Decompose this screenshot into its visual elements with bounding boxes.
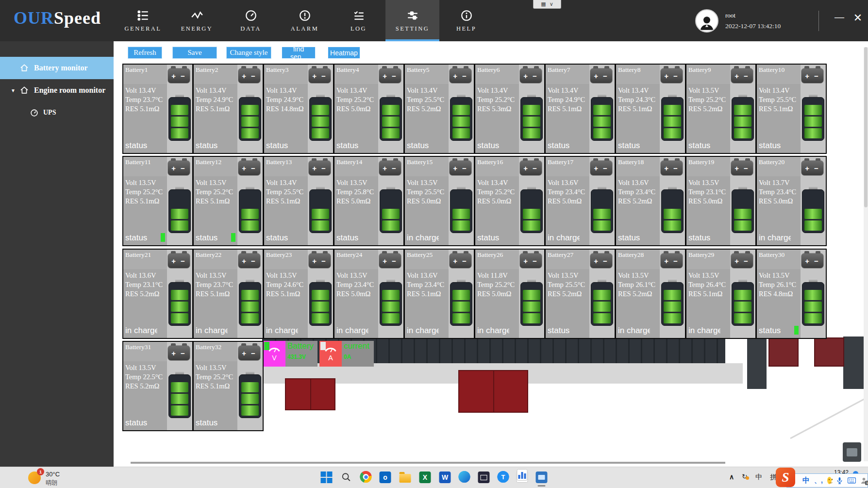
current-meter-widget[interactable]: A current 0A bbox=[319, 341, 374, 367]
tab-alarm[interactable]: ALARM bbox=[278, 0, 332, 41]
battery-card[interactable]: Battery6 + − Volt 13.4V Temp 25.2°C RES … bbox=[474, 64, 545, 154]
battery-status: status bbox=[266, 233, 298, 243]
microphone-icon[interactable] bbox=[836, 477, 843, 484]
battery-card-title: Battery13 bbox=[266, 158, 292, 166]
tray-lang-indicator[interactable]: 中 bbox=[755, 473, 762, 482]
refresh-button[interactable]: Refresh bbox=[128, 47, 162, 59]
battery-status: in charge bbox=[548, 233, 580, 243]
save-button[interactable]: Save bbox=[172, 47, 217, 59]
weather-widget[interactable]: 1 30°C 晴朗 bbox=[28, 469, 60, 487]
battery-status: status bbox=[759, 326, 791, 336]
battery-card[interactable]: Battery16 + − Volt 13.4V Temp 25.2°C RES… bbox=[474, 156, 545, 246]
battery-card[interactable]: Battery27 + − Volt 13.5V Temp 25.5°C RES… bbox=[545, 249, 616, 339]
battery-card[interactable]: Battery17 + − Volt 13.6V Temp 23.4°C RES… bbox=[545, 156, 616, 246]
avatar[interactable] bbox=[695, 9, 718, 33]
battery-volt: Volt 13.5V bbox=[196, 363, 233, 372]
taskbar-icon-monitor-active[interactable] bbox=[535, 471, 548, 484]
taskbar-icon-terminal[interactable] bbox=[478, 471, 490, 484]
find-sen-button[interactable]: find sen... bbox=[282, 47, 316, 59]
battery-status: in charge bbox=[618, 326, 650, 336]
battery-card[interactable]: Battery2 + − Volt 13.4V Temp 24.9°C RES … bbox=[193, 64, 264, 154]
battery-card[interactable]: Battery7 + − Volt 13.4V Temp 24.9°C RES … bbox=[545, 64, 616, 154]
battery-card[interactable]: Battery28 + − Volt 13.5V Temp 26.1°C RES… bbox=[615, 249, 686, 339]
battery-card[interactable]: Battery21 + − Volt 13.6V Temp 23.1°C RES… bbox=[122, 249, 193, 339]
battery-status: status bbox=[618, 233, 650, 243]
battery-card[interactable]: Battery20 + − Volt 13.7V Temp 23.4°C RES… bbox=[756, 156, 827, 246]
battery-res: RES 5.0mΩ bbox=[477, 289, 515, 299]
vertical-scrollbar-thumb[interactable] bbox=[864, 47, 868, 207]
voltage-meter-label: Battery bbox=[287, 341, 316, 351]
tab-energy[interactable]: ENERGY bbox=[170, 0, 224, 41]
close-button[interactable]: ✕ bbox=[850, 12, 866, 24]
battery-card[interactable]: Battery8 + − Volt 13.4V Temp 24.3°C RES … bbox=[615, 64, 686, 154]
taskbar-icon-excel[interactable]: X bbox=[419, 471, 432, 484]
taskbar-icon-start[interactable] bbox=[320, 471, 333, 484]
battery-card[interactable]: Battery32 + − Volt 13.5V Temp 25.2°C RES… bbox=[193, 341, 264, 431]
battery-card[interactable]: Battery12 + − Volt 13.5V Temp 25.2°C RES… bbox=[193, 156, 264, 246]
battery-card[interactable]: Battery29 + − Volt 13.5V Temp 26.4°C RES… bbox=[685, 249, 756, 339]
battery-card[interactable]: Battery14 + − Volt 13.5V Temp 25.8°C RES… bbox=[334, 156, 404, 246]
sogou-ime-logo[interactable]: S bbox=[776, 468, 795, 487]
battery-card[interactable]: Battery19 + − Volt 13.5V Temp 23.1°C RES… bbox=[685, 156, 756, 246]
keyboard-icon[interactable] bbox=[848, 477, 856, 484]
taskbar-icon-explorer[interactable] bbox=[399, 471, 412, 484]
ime-mode-toggle[interactable]: 中 bbox=[802, 476, 810, 485]
taskbar-icon-remote[interactable]: T bbox=[498, 471, 509, 483]
sidebar-item-ups[interactable]: UPS bbox=[0, 101, 114, 124]
battery-card[interactable]: Battery18 + − Volt 13.6V Temp 23.4°C RES… bbox=[615, 156, 686, 246]
battery-card[interactable]: Battery25 + − Volt 13.6V Temp 23.4°C RES… bbox=[404, 249, 475, 339]
taskbar-icon-stats[interactable] bbox=[517, 471, 528, 483]
heatmap-button[interactable]: Heatmap bbox=[328, 47, 360, 59]
change-style-button[interactable]: Change style bbox=[226, 47, 271, 59]
battery-res: RES 5.0mΩ bbox=[759, 197, 796, 206]
tab-data[interactable]: DATA bbox=[224, 0, 278, 41]
battery-terminal-icon: + − bbox=[167, 253, 190, 269]
battery-card[interactable]: Battery22 + − Volt 13.5V Temp 23.7°C RES… bbox=[193, 249, 264, 339]
horizontal-scrollbar-thumb[interactable] bbox=[131, 462, 725, 464]
battery-card[interactable]: Battery26 + − Volt 11.8V Temp 25.2°C RES… bbox=[474, 249, 545, 339]
alarm-icon bbox=[299, 9, 311, 22]
battery-card[interactable]: Battery10 + − Volt 13.4V Temp 25.5°C RES… bbox=[756, 64, 827, 154]
battery-card[interactable]: Battery9 + − Volt 13.5V Temp 25.2°C RES … bbox=[685, 64, 756, 154]
battery-card[interactable]: Battery31 + − Volt 13.5V Temp 22.5°C RES… bbox=[122, 341, 193, 431]
taskbar-icon-outlook[interactable]: o bbox=[379, 471, 392, 484]
taskbar-icon-word[interactable]: W bbox=[439, 471, 451, 484]
tab-help[interactable]: HELP bbox=[439, 0, 493, 41]
tray-sync-icon[interactable]: ↻ bbox=[742, 472, 748, 480]
tab-general[interactable]: GENERAL bbox=[116, 0, 170, 41]
taskbar-icon-chrome[interactable] bbox=[360, 471, 372, 483]
emoji-icon[interactable] bbox=[827, 477, 832, 484]
taskbar-icon-search[interactable] bbox=[340, 471, 353, 484]
expand-arrow-icon[interactable]: ▼ bbox=[11, 88, 16, 93]
sidebar-item-engine-room-monitor[interactable]: ▼Engine room monitor bbox=[0, 79, 114, 101]
battery-card[interactable]: Battery4 + − Volt 13.4V Temp 25.2°C RES … bbox=[334, 64, 404, 154]
battery-card[interactable]: Battery15 + − Volt 13.5V Temp 25.5°C RES… bbox=[404, 156, 475, 246]
ime-punct-toggle[interactable]: 、, bbox=[814, 476, 823, 485]
battery-card[interactable]: Battery23 + − Volt 13.5V Temp 24.6°C RES… bbox=[263, 249, 334, 339]
battery-res: RES 5.2mΩ bbox=[125, 382, 163, 391]
battery-card[interactable]: Battery24 + − Volt 13.5V Temp 23.4°C RES… bbox=[334, 249, 404, 339]
corner-tool-button[interactable] bbox=[843, 442, 861, 462]
battery-card-title: Battery26 bbox=[477, 251, 503, 259]
taskbar-icon-edge[interactable] bbox=[459, 471, 470, 483]
ime-account-icon[interactable]: 10 bbox=[860, 477, 868, 484]
battery-volt: Volt 13.4V bbox=[477, 86, 515, 95]
battery-card[interactable]: Battery11 + − Volt 13.5V Temp 25.2°C RES… bbox=[122, 156, 193, 246]
tab-label: SETTING bbox=[396, 25, 430, 33]
tray-show-hidden-icons[interactable]: ∧ bbox=[729, 473, 734, 481]
sidebar-item-battery-monitor[interactable]: Battery monitor bbox=[0, 57, 114, 79]
vertical-scrollbar[interactable] bbox=[864, 47, 868, 461]
battery-volt: Volt 13.4V bbox=[125, 86, 163, 95]
battery-card[interactable]: Battery13 + − Volt 13.4V Temp 25.5°C RES… bbox=[263, 156, 334, 246]
battery-card[interactable]: Battery1 + − Volt 13.4V Temp 23.7°C RES … bbox=[122, 64, 193, 154]
battery-res: RES 5.1mΩ bbox=[196, 289, 233, 299]
minimize-button[interactable]: — bbox=[831, 12, 848, 23]
capture-mini-toolbar[interactable]: ▦ ∨ bbox=[533, 0, 561, 9]
battery-card[interactable]: Battery5 + − Volt 13.4V Temp 25.5°C RES … bbox=[404, 64, 475, 154]
tab-log[interactable]: LOG bbox=[332, 0, 385, 41]
battery-card[interactable]: Battery3 + − Volt 13.4V Temp 24.9°C RES … bbox=[263, 64, 334, 154]
svg-text:V: V bbox=[272, 354, 277, 362]
tab-setting[interactable]: SETTING bbox=[385, 0, 439, 41]
battery-card[interactable]: Battery30 + − Volt 13.5V Temp 26.1°C RES… bbox=[756, 249, 827, 339]
voltage-meter-widget[interactable]: V Battery 431.3V bbox=[263, 341, 317, 367]
